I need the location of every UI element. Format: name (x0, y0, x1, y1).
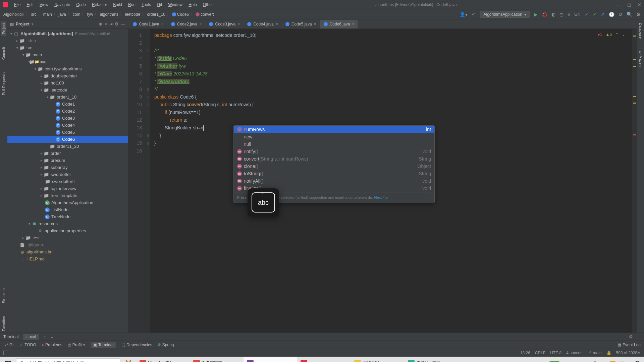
close-icon[interactable]: × (352, 22, 354, 26)
tree-swordoffer[interactable]: ▸swordoffer (7, 171, 128, 178)
completion-item[interactable]: new (234, 133, 434, 140)
tray-volume[interactable]: 🔊 (619, 361, 625, 362)
tree-test[interactable]: ▸test (7, 234, 128, 241)
project-title[interactable]: Project (16, 22, 30, 26)
tree-code5[interactable]: Code5 (7, 129, 128, 136)
event-log-tool[interactable]: ▤Event Log (618, 343, 641, 347)
close-icon[interactable]: × (237, 22, 240, 26)
settings-icon[interactable]: ⚙ (115, 21, 119, 26)
completion-item[interactable]: mclone()Object (234, 163, 434, 170)
back-icon[interactable]: ↶ (472, 12, 476, 17)
close-icon[interactable]: × (199, 22, 202, 26)
breadcrumb-order1_10[interactable]: order1_10 (147, 12, 165, 17)
project-tool-tab[interactable]: Project (1, 21, 6, 36)
tree-app-props[interactable]: ⚙application.properties (7, 227, 128, 234)
encoding[interactable]: UTF-8 (550, 351, 561, 355)
project-view-dropdown[interactable]: ▾ (32, 22, 33, 26)
tree-pkg[interactable]: ▾com.fyw.algorithms (7, 65, 128, 72)
settings-icon[interactable]: ⚙ (636, 12, 641, 17)
breadcrumb-src[interactable]: src (31, 12, 37, 17)
menu-other[interactable]: Other (200, 1, 216, 8)
terminal-tab-local[interactable]: Local (23, 334, 40, 340)
completion-item[interactable]: mnotify()void (234, 148, 434, 155)
menu-run[interactable]: Run (125, 1, 138, 8)
tree-subarray[interactable]: ▸subarray (7, 164, 128, 171)
git-tool[interactable]: ⎇Git (3, 343, 14, 347)
tree-order[interactable]: ▸order (7, 150, 128, 157)
tree-top-interview[interactable]: ▸top_interview (7, 185, 128, 192)
tray-wifi[interactable]: 📶 (610, 361, 615, 362)
tree-code1[interactable]: Code1 (7, 101, 128, 108)
menu-tools[interactable]: Tools (139, 1, 154, 8)
completion-item[interactable]: mnotifyAll()void (234, 177, 434, 185)
breadcrumb-Algoinbilibili[interactable]: Algoinbilibili (3, 12, 24, 17)
tree-algo-iml[interactable]: ▦algorithms.iml (7, 248, 128, 255)
system-tray[interactable]: 95% ☁ 20°C ⌃ 🎤 ⌨ 📶 🔊 S 💬 (545, 361, 644, 362)
breadcrumb-java[interactable]: java (59, 12, 66, 17)
tree-code4[interactable]: Code4 (7, 122, 128, 129)
tree-presum[interactable]: ▸presum (7, 157, 128, 164)
status-tool-icon[interactable] (3, 351, 8, 355)
completion-item[interactable]: mtoString()String (234, 170, 434, 177)
menu-help[interactable]: Help (186, 1, 200, 8)
tree-idea[interactable]: ▸.idea (7, 37, 128, 44)
completion-item[interactable]: null (234, 140, 434, 148)
hide-icon[interactable]: — (121, 21, 125, 26)
git-rollback-icon[interactable]: ↺ (619, 12, 623, 17)
tree-listnode[interactable]: ListNode (7, 206, 128, 213)
terminal-add-tab[interactable]: ＋ (43, 334, 47, 340)
caret-position[interactable]: 13:26 (520, 351, 530, 355)
tray-keyboard[interactable]: ⌨ (600, 361, 606, 362)
tray-ime[interactable]: S (628, 361, 631, 362)
start-button[interactable] (0, 357, 16, 362)
tree-resources[interactable]: ▾resources (7, 220, 128, 227)
editor-tab-Code1.java[interactable]: Code1.java× (129, 20, 167, 28)
search-icon[interactable]: 🔍 (627, 12, 632, 17)
menu-view[interactable]: View (37, 1, 51, 8)
tree-doublepointer[interactable]: ▸doublepointer (7, 72, 128, 79)
taskbar-cortana[interactable]: 🦊 (120, 357, 136, 362)
source-code[interactable]: ●1 ▲6 ⌃⌄ package com.fyw.algorithms.leet… (150, 29, 632, 333)
tree-code2[interactable]: Code2 (7, 108, 128, 115)
tree-code3[interactable]: Code3 (7, 115, 128, 122)
taskbar-app[interactable]: ●6. Z 字形变... (190, 357, 244, 362)
fold-gutter[interactable]: ⊟ ⊞⊟⊟ ⊞⊞ (146, 29, 150, 333)
editor-tab-Code3.java[interactable]: Code3.java× (206, 20, 243, 28)
taskbar-search[interactable]: 🔍在这里输入你要搜索的内容 (16, 358, 120, 362)
structure-tool-tab[interactable]: Structure (1, 287, 6, 305)
tree-gitignore[interactable]: .gitignore (7, 241, 128, 248)
menu-refactor[interactable]: Refactor (89, 1, 110, 8)
git-update-icon[interactable]: ✓ (585, 12, 589, 17)
menu-build[interactable]: Build (110, 1, 125, 8)
menu-navigate[interactable]: Navigate (52, 1, 73, 8)
tray-chevron[interactable]: ⌃ (583, 361, 587, 362)
memory-indicator[interactable]: 503 of 2028M (616, 351, 641, 355)
close-icon[interactable]: × (276, 22, 278, 26)
line-ending[interactable]: CRLF (535, 351, 545, 355)
close-button[interactable]: ✕ (637, 2, 641, 7)
menu-file[interactable]: File (11, 1, 23, 8)
close-icon[interactable]: × (161, 22, 164, 26)
lock-icon[interactable]: 🔒 (606, 351, 611, 355)
expand-icon[interactable]: ≡ (104, 21, 107, 26)
editor-tab-Code2.java[interactable]: Code2.java× (168, 20, 205, 28)
code-editor[interactable]: 12345678910111213141516 ⊟ ⊞⊟⊟ ⊞⊞ ●1 ▲6 ⌃… (128, 29, 637, 333)
taskbar-app[interactable]: ●无标题 - 画图 (405, 357, 458, 362)
inspection-widget[interactable]: ●1 ▲6 ⌃⌄ (597, 31, 625, 39)
breadcrumb-algorithms[interactable]: algorithms (100, 12, 118, 17)
breadcrumb-leetcode[interactable]: leetcode (125, 12, 140, 17)
tree-tree-template[interactable]: ▸tree_template (7, 192, 128, 199)
editor-tab-Code4.java[interactable]: Code4.java× (244, 20, 281, 28)
taskbar-app[interactable]: ●视频录制 (351, 357, 405, 362)
tree-treenode[interactable]: TreeNode (7, 213, 128, 220)
spring-tool[interactable]: ❋Spring (158, 343, 174, 347)
maximize-button[interactable]: ◻ (627, 2, 631, 7)
indent[interactable]: 4 spaces (566, 351, 582, 355)
locate-icon[interactable]: ⊕ (99, 21, 102, 26)
error-stripe[interactable] (632, 29, 637, 333)
stop-button[interactable]: ■ (568, 12, 570, 17)
tree-root[interactable]: ▾Algoinbilibili [algorithms]E:\work\Algo… (7, 30, 128, 37)
breadcrumb-class[interactable]: Code6 (172, 12, 189, 17)
menu-window[interactable]: Window (165, 1, 185, 8)
tree-main[interactable]: ▾main (7, 51, 128, 58)
